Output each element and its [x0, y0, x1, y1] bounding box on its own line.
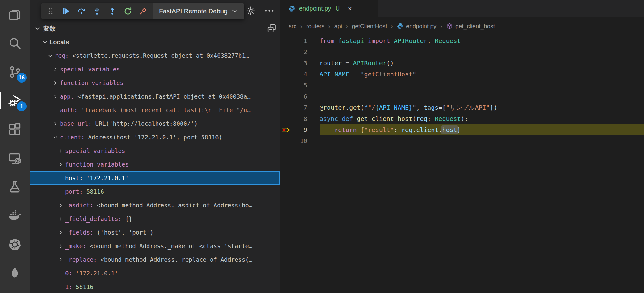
glyph-margin[interactable] [280, 135, 293, 146]
remote-explorer-icon [8, 151, 22, 165]
breadcrumb-item-endpoint.py[interactable]: endpoint.py [397, 23, 436, 30]
twistie-right-icon[interactable] [51, 121, 60, 127]
activity-item-explorer[interactable] [0, 0, 30, 29]
code-token: = [342, 59, 353, 67]
activity-item-run-debug[interactable]: 1 [0, 86, 30, 115]
variable-row-_field_defaults[interactable]: _field_defaults: {} [30, 212, 280, 226]
variable-row-_make[interactable]: _make: <bound method Address._make of <c… [30, 239, 280, 253]
code-token: "サンプルAPI" [446, 104, 490, 112]
glyph-margin[interactable] [280, 102, 293, 113]
breadcrumb-item-api[interactable]: api [334, 23, 342, 30]
twistie-right-icon[interactable] [56, 202, 65, 208]
variable-row-auth[interactable]: auth: 'Traceback (most recent call last)… [30, 103, 280, 117]
variable-row-host[interactable]: host: '172.21.0.1' [30, 171, 280, 185]
variable-row-special-variables[interactable]: special variables [30, 144, 280, 158]
activity-item-kubernetes[interactable] [0, 230, 30, 259]
mongodb-icon [8, 266, 22, 280]
collapse-all-button[interactable] [266, 23, 278, 34]
tab-endpoint-py[interactable]: endpoint.py U × [280, 0, 378, 17]
twistie-right-icon[interactable] [56, 243, 65, 249]
gear-icon[interactable] [245, 5, 257, 17]
glyph-margin[interactable] [280, 91, 293, 102]
breadcrumb-item-getClientHost[interactable]: getClientHost [352, 23, 387, 30]
variable-row-Locals[interactable]: Locals [30, 35, 280, 49]
variable-row-1[interactable]: 1: 58116 [30, 280, 280, 293]
disconnect-button[interactable] [139, 6, 148, 16]
glyph-margin[interactable] [280, 69, 293, 80]
twistie-right-icon[interactable] [56, 230, 65, 236]
step-over-button[interactable] [77, 6, 86, 16]
variable-row-special-variables[interactable]: special variables [30, 62, 280, 76]
testing-icon [8, 180, 22, 194]
drag-handle[interactable] [46, 6, 55, 16]
breadcrumb: src›routers›api›getClientHost›endpoint.p… [280, 17, 644, 35]
restart-button[interactable] [123, 6, 132, 16]
variables-panel-title: 変数 [43, 24, 56, 33]
twistie-right-icon[interactable] [56, 216, 65, 222]
glyph-margin[interactable] [280, 80, 293, 91]
variable-row-_replace[interactable]: _replace: <bound method Address._replace… [30, 253, 280, 266]
breakpoint-current-line-icon[interactable] [280, 124, 293, 135]
variable-row-port[interactable]: port: 58116 [30, 185, 280, 198]
editor-group: endpoint.py U × src›routers›api›getClien… [280, 0, 644, 293]
activity-item-remote-explorer[interactable] [0, 144, 30, 172]
glyph-margin[interactable] [280, 57, 293, 69]
variable-name: special variables [60, 66, 120, 73]
chevron-down-icon [231, 8, 238, 15]
code-editor[interactable]: 1from fastapi import APIRouter, Request2… [280, 35, 644, 293]
variable-row-0[interactable]: 0: '172.21.0.1' [30, 266, 280, 280]
twistie-down-icon[interactable] [40, 39, 49, 45]
code-line-content [320, 46, 644, 57]
ellipsis-icon[interactable] [263, 5, 275, 17]
chevron-down-icon [34, 25, 41, 32]
activity-item-extensions[interactable] [0, 115, 30, 144]
variable-row-client[interactable]: client: Address(host='172.21.0.1', port=… [30, 130, 280, 144]
variable-value: URL('http://localhost:8000/') [95, 120, 198, 127]
close-icon[interactable]: × [348, 5, 352, 12]
twistie-right-icon[interactable] [56, 162, 65, 168]
variable-row-_asdict[interactable]: _asdict: <bound method Address._asdict o… [30, 198, 280, 212]
variable-value: ('host', 'port') [97, 229, 153, 236]
code-token: : [427, 115, 435, 122]
line-number: 6 [293, 91, 307, 102]
breadcrumb-item-src[interactable]: src [289, 23, 296, 30]
twistie-down-icon[interactable] [45, 53, 55, 59]
breadcrumb-item-routers[interactable]: routers [306, 23, 324, 30]
glyph-margin[interactable] [280, 46, 293, 57]
activity-item-docker[interactable] [0, 201, 30, 230]
code-token: Request [435, 115, 461, 122]
step-out-button[interactable] [108, 6, 117, 16]
variable-row-req[interactable]: req: <starlette.requests.Request object … [30, 49, 280, 62]
variable-row-function-variables[interactable]: function variables [30, 76, 280, 90]
variable-row-base_url[interactable]: base_url: URL('http://localhost:8000/') [30, 117, 280, 130]
twistie-down-icon[interactable] [51, 134, 60, 140]
twistie-right-icon[interactable] [51, 80, 60, 86]
activity-item-testing[interactable] [0, 172, 30, 201]
variable-value: '172.21.0.1' [86, 175, 129, 181]
variable-row-function-variables[interactable]: function variables [30, 158, 280, 171]
debug-config-dropdown[interactable]: FastAPI Remote Debug [153, 3, 244, 19]
continue-button[interactable] [61, 6, 71, 16]
variable-value: 58116 [76, 283, 93, 290]
twistie-right-icon[interactable] [56, 257, 65, 263]
variable-name: app: [60, 93, 77, 100]
variable-row-app[interactable]: app: <fastapi.applications.FastAPI objec… [30, 90, 280, 103]
glyph-margin[interactable] [280, 113, 293, 124]
variables-panel-header[interactable]: 変数 [30, 22, 280, 35]
twistie-right-icon[interactable] [56, 148, 65, 154]
glyph-margin[interactable] [280, 35, 293, 46]
activity-item-search[interactable] [0, 29, 30, 57]
code-token: "getClientHost" [360, 70, 416, 78]
twistie-right-icon[interactable] [51, 66, 60, 72]
twistie-right-icon[interactable] [51, 94, 60, 100]
variable-row-_fields[interactable]: _fields: ('host', 'port') [30, 226, 280, 239]
variable-value: <bound method Address._replace of Addres… [100, 256, 252, 263]
activity-item-source-control[interactable]: 16 [0, 57, 30, 86]
step-into-button[interactable] [92, 6, 102, 16]
debug-toolbar[interactable]: FastAPI Remote Debug [41, 3, 244, 19]
line-number: 2 [293, 46, 307, 57]
activity-item-mongodb[interactable] [0, 259, 30, 287]
breadcrumb-item-get_client_host[interactable]: get_client_host [446, 23, 495, 30]
code-token: ( [412, 115, 416, 122]
code-token: get_client_host [357, 115, 412, 122]
